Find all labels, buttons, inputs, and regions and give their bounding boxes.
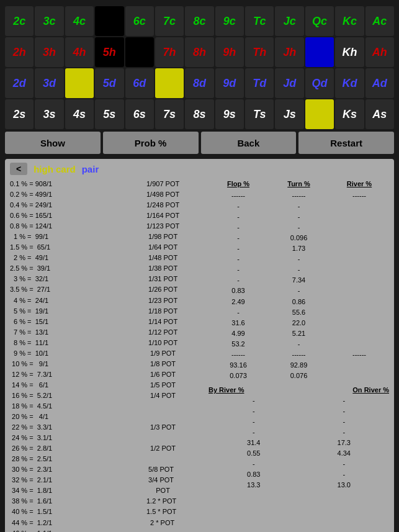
card-cell-r3c4[interactable]: 6s — [125, 99, 154, 129]
card-cell-r0c0[interactable]: 2c — [5, 6, 34, 36]
card-cell-r3c7[interactable]: 9s — [215, 99, 244, 129]
stats-row-0: -- — [208, 201, 389, 212]
card-cell-r0c2[interactable]: 4c — [65, 6, 94, 36]
card-cell-r2c12[interactable]: Ad — [365, 68, 394, 98]
by-river-cell-20: - — [208, 406, 299, 417]
on-river-cell-26: - — [299, 469, 390, 480]
card-cell-r1c6[interactable]: 8h — [185, 37, 213, 67]
card-cell-r0c5[interactable]: 7c — [155, 6, 184, 36]
on-river-cell-25: - — [299, 459, 390, 469]
card-cell-r1c12[interactable]: Ah — [365, 37, 394, 67]
by-river-header: By River % — [208, 385, 244, 395]
on-river-header: On River % — [352, 385, 389, 395]
card-cell-r2c6[interactable]: 8d — [185, 68, 213, 98]
card-cell-r1c10[interactable] — [305, 37, 334, 67]
card-cell-r3c6[interactable]: 8s — [185, 99, 213, 129]
stats-row-14: ------------------ — [208, 349, 389, 360]
stats-cell-r7c0: - — [208, 275, 268, 286]
card-cell-r3c3[interactable]: 5s — [95, 99, 123, 129]
stats-cell-r10c0: - — [208, 307, 268, 318]
card-cell-r2c8[interactable]: Td — [245, 68, 274, 98]
stats-cell-r16c1: 0.076 — [269, 371, 328, 381]
on-river-cell-23: 17.3 — [299, 438, 390, 448]
card-cell-r2c11[interactable]: Kd — [335, 68, 364, 98]
card-cell-r0c3[interactable] — [95, 6, 123, 36]
card-cell-r3c0[interactable]: 2s — [5, 99, 34, 129]
on-river-cell-22: - — [299, 427, 390, 438]
card-cell-r3c10[interactable] — [305, 99, 334, 129]
card-cell-r1c3[interactable]: 5h — [95, 37, 123, 67]
card-cell-r3c2[interactable]: 4s — [65, 99, 94, 129]
card-cell-r2c1[interactable]: 3d — [35, 68, 63, 98]
by-river-row-25: -- — [208, 459, 389, 469]
stats-cell-r0c2 — [330, 201, 389, 212]
card-cell-r3c12[interactable]: As — [365, 99, 394, 129]
stats-cell-r11c0: 31.6 — [208, 318, 268, 328]
restart-button[interactable]: Restart — [298, 132, 394, 154]
card-cell-r2c0[interactable]: 2d — [5, 68, 34, 98]
odds-column: 0.1 % = 908/1 0.2 % = 499/1 0.4 % = 249/… — [10, 179, 146, 532]
stats-cell-r2c0: - — [208, 222, 268, 233]
high-card-label: high card — [34, 164, 76, 174]
stats-cell-r10c2 — [330, 307, 389, 318]
card-cell-r2c7[interactable]: 9d — [215, 68, 244, 98]
card-cell-r1c0[interactable]: 2h — [5, 37, 34, 67]
stats-cell-r12c1: 5.21 — [269, 328, 328, 339]
pots-column: 1/907 POT 1/498 POT 1/248 POT 1/164 POT … — [146, 179, 208, 532]
card-cell-r0c6[interactable]: 8c — [185, 6, 213, 36]
back-button[interactable]: Back — [201, 132, 297, 154]
card-cell-r2c9[interactable]: Jd — [275, 68, 303, 98]
card-cell-r1c9[interactable]: Jh — [275, 37, 303, 67]
stats-cell-r5c0: - — [208, 254, 268, 264]
stats-cell-r6c2 — [330, 264, 389, 275]
by-river-cell-26: 0.83 — [208, 469, 299, 480]
stats-cell-r1c2 — [330, 212, 389, 222]
card-cell-r0c12[interactable]: Ac — [365, 6, 394, 36]
stats-cell-r13c1: - — [269, 339, 328, 349]
card-cell-r0c1[interactable]: 3c — [35, 6, 63, 36]
card-cell-r3c1[interactable]: 3s — [35, 99, 63, 129]
card-cell-r0c9[interactable]: Jc — [275, 6, 303, 36]
stats-cell-r14c1: ------ — [269, 349, 328, 360]
card-cell-r1c7[interactable]: 9h — [215, 37, 244, 67]
card-cell-r1c8[interactable]: Th — [245, 37, 274, 67]
nav-back-button[interactable]: < — [10, 163, 27, 175]
card-cell-r2c4[interactable]: 6d — [125, 68, 154, 98]
river-header: River % — [330, 179, 389, 189]
by-river-row-24: 0.554.34 — [208, 448, 389, 459]
by-river-cell-27: 13.3 — [208, 480, 299, 490]
turn-header: Turn % — [269, 179, 328, 189]
card-cell-r2c2[interactable] — [65, 68, 94, 98]
card-cell-r3c9[interactable]: Js — [275, 99, 303, 129]
card-cell-r3c5[interactable]: 7s — [155, 99, 184, 129]
card-cell-r1c2[interactable]: 4h — [65, 37, 94, 67]
card-cell-r0c8[interactable]: Tc — [245, 6, 274, 36]
card-cell-r1c4[interactable] — [125, 37, 154, 67]
stats-cell-r3c0: - — [208, 233, 268, 243]
card-grid: 2c3c4c6c7c8c9cTcJcQcKcAc2h3h4h5h7h8h9hTh… — [5, 6, 394, 129]
card-cell-r0c7[interactable]: 9c — [215, 6, 244, 36]
stats-cell-r16c2 — [330, 371, 389, 381]
card-cell-r3c11[interactable]: Ks — [335, 99, 364, 129]
by-river-cell-25: - — [208, 459, 299, 469]
card-cell-r1c11[interactable]: Kh — [335, 37, 364, 67]
pair-label: pair — [82, 164, 99, 174]
card-cell-r1c5[interactable]: 7h — [155, 37, 184, 67]
stats-row-15: 93.1692.89 — [208, 360, 389, 371]
stats-row-13: 53.2- — [208, 339, 389, 349]
card-cell-r1c1[interactable]: 3h — [35, 37, 63, 67]
card-cell-r0c4[interactable]: 6c — [125, 6, 154, 36]
show-button[interactable]: Show — [5, 132, 101, 154]
card-cell-r2c3[interactable]: 5d — [95, 68, 123, 98]
prob-button[interactable]: Prob % — [103, 132, 199, 154]
by-river-cell-22: - — [208, 427, 299, 438]
on-river-cell-20: - — [299, 406, 390, 417]
card-cell-r2c5[interactable] — [155, 68, 184, 98]
card-cell-r0c10[interactable]: Qc — [305, 6, 334, 36]
card-cell-r0c11[interactable]: Kc — [335, 6, 364, 36]
card-cell-r3c8[interactable]: Ts — [245, 99, 274, 129]
by-river-cell-21: - — [208, 417, 299, 427]
card-cell-r2c10[interactable]: Qd — [305, 68, 334, 98]
stats-cell-r9c2 — [330, 297, 389, 307]
stats-cell-r2c1: - — [269, 222, 328, 233]
